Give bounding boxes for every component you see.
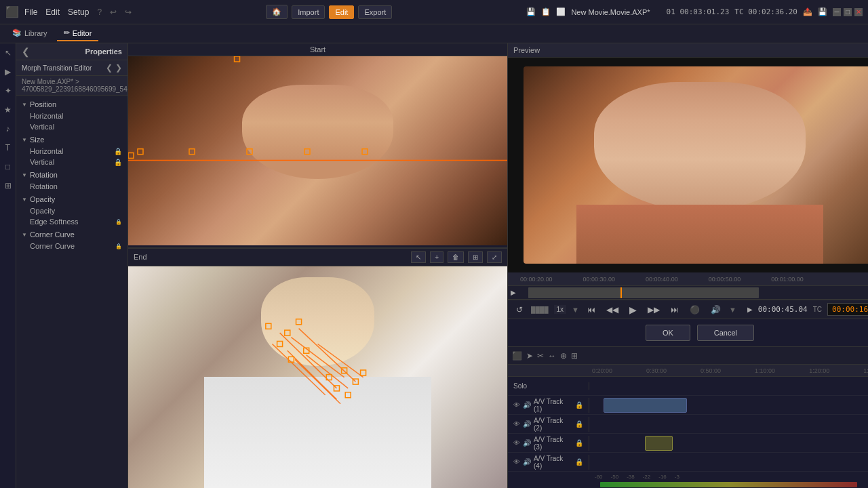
prop-group-position[interactable]: ▼ Position — [16, 98, 127, 110]
track-av3-vis[interactable]: 👁 — [513, 439, 520, 447]
start-image-area[interactable] — [128, 56, 507, 245]
end-label: End — [134, 253, 147, 261]
track-av3-clip[interactable] — [645, 436, 673, 451]
track-av4-vis[interactable]: 👁 — [513, 458, 520, 466]
export-button[interactable]: Export — [358, 5, 392, 19]
ruler-time-2: 0:30:00 — [646, 367, 667, 374]
rewind-button[interactable]: ⏮ — [585, 304, 598, 316]
sidebar-icon-media[interactable]: ▶ — [1, 65, 15, 79]
track-av4-lock[interactable]: 🔒 — [575, 458, 583, 466]
track-back-button[interactable]: ⬛ — [512, 351, 522, 361]
timeline-filled-area[interactable] — [528, 287, 759, 298]
start-face-image — [128, 56, 507, 245]
sidebar-icon-pointer[interactable]: ↖ — [1, 46, 15, 60]
track-tool1[interactable]: ✂ — [537, 351, 544, 361]
ok-button[interactable]: OK — [646, 325, 690, 341]
loop-button[interactable]: ↺ — [513, 304, 526, 316]
tab-library[interactable]: 📚 Library — [5, 26, 54, 41]
track-av1-lock[interactable]: 🔒 — [575, 401, 583, 409]
track-av2-vis[interactable]: 👁 — [513, 420, 520, 428]
export-icon[interactable]: 📤 — [803, 7, 812, 16]
layout-icon[interactable]: ⬜ — [556, 7, 566, 16]
cancel-button[interactable]: Cancel — [697, 325, 754, 341]
track-av1-vis[interactable]: 👁 — [513, 401, 520, 409]
view-toggle-button[interactable]: ⊞ — [468, 251, 483, 263]
copy-icon[interactable]: 📋 — [541, 7, 551, 16]
prop-group-opacity[interactable]: ▼ Opacity — [16, 193, 127, 205]
menu-file[interactable]: File — [24, 7, 37, 17]
svg-rect-6 — [304, 149, 310, 155]
panel-back-button[interactable]: ❮ — [22, 46, 30, 57]
track-av1-content[interactable] — [589, 396, 868, 414]
tab-editor[interactable]: ✏ Editor — [57, 26, 99, 41]
speed-down-icon[interactable]: ▼ — [572, 306, 579, 314]
track-av2-spk[interactable]: 🔊 — [523, 420, 531, 428]
select-tool-button[interactable]: ↖ — [411, 251, 426, 263]
morph-forward-button[interactable]: ❯ — [115, 63, 122, 73]
level-label-2: -50 — [611, 474, 619, 480]
track-av3-spk[interactable]: 🔊 — [523, 439, 531, 447]
home-button[interactable]: 🏠 — [266, 5, 288, 19]
maximize-button[interactable]: □ — [844, 8, 852, 16]
speed-display[interactable]: 1x — [554, 305, 567, 314]
tc-value-display[interactable]: 00:00:16.18 — [827, 303, 868, 316]
save-icon[interactable]: 💾 — [526, 7, 536, 16]
track-av2-content[interactable] — [589, 415, 868, 433]
softness-lock-icon[interactable]: 🔒 — [115, 219, 122, 225]
track-solo-content[interactable] — [589, 377, 868, 395]
track-av1-clip[interactable] — [604, 398, 687, 413]
menu-edit[interactable]: Edit — [45, 7, 60, 17]
step-back-button[interactable]: ◀◀ — [604, 304, 621, 316]
record-button[interactable]: ⚫ — [687, 304, 703, 316]
track-tool4[interactable]: ⊞ — [571, 351, 578, 361]
undo-icon[interactable]: ↩ — [110, 7, 117, 17]
import-button[interactable]: Import — [292, 5, 325, 19]
sidebar-icon-music[interactable]: ♪ — [1, 122, 15, 136]
step-forward-button[interactable]: ▶▶ — [645, 304, 663, 316]
vertical-lock-icon[interactable]: 🔒 — [114, 159, 122, 166]
sidebar-icon-grid[interactable]: ⊞ — [1, 179, 15, 192]
play-button[interactable]: ▶ — [627, 303, 639, 317]
menu-setup[interactable]: Setup — [68, 7, 89, 17]
ruler-mark-3: 00:00:40.00 — [646, 276, 678, 283]
edit-button[interactable]: Edit — [329, 5, 354, 19]
svg-rect-18 — [296, 319, 302, 325]
track-av3-content[interactable] — [589, 434, 868, 452]
bottom-ruler-marks: 0:20:00 0:30:00 0:50:00 1:10:00 1:20:00 … — [592, 367, 868, 374]
track-av4-spk[interactable]: 🔊 — [523, 458, 531, 466]
track-av1-spk[interactable]: 🔊 — [523, 401, 531, 409]
timeline-track[interactable]: ▶ — [508, 286, 868, 300]
preview-image-area[interactable] — [508, 58, 868, 272]
track-av2-lock[interactable]: 🔒 — [575, 420, 583, 428]
prop-group-rotation[interactable]: ▼ Rotation — [16, 169, 127, 181]
track-forward-button[interactable]: ➤ — [526, 351, 533, 361]
prop-group-corner-curve[interactable]: ▼ Corner Curve — [16, 228, 127, 241]
track-tool2[interactable]: ↔ — [548, 351, 556, 361]
track-av3-lock[interactable]: 🔒 — [575, 439, 583, 447]
dialog-buttons: OK Cancel — [508, 319, 868, 346]
fast-forward-button[interactable]: ⏭ — [668, 304, 682, 316]
speaker-button[interactable]: 🔊 — [708, 304, 724, 316]
track-tool3[interactable]: ⊕ — [560, 351, 567, 361]
end-image-area[interactable] — [128, 266, 507, 488]
size-lock-icon[interactable]: 🔒 — [114, 148, 122, 155]
redo-icon[interactable]: ↪ — [125, 7, 132, 17]
corner-lock-icon[interactable]: 🔒 — [115, 243, 122, 249]
save2-icon[interactable]: 💾 — [818, 7, 827, 16]
add-point-button[interactable]: + — [430, 251, 443, 263]
sidebar-icon-star[interactable]: ★ — [1, 103, 15, 117]
sidebar-icon-shape[interactable]: □ — [1, 160, 15, 174]
level-label-5: -16 — [658, 474, 667, 480]
close-button[interactable]: ✕ — [854, 8, 863, 16]
track-av4-content[interactable] — [589, 453, 868, 471]
sidebar-icon-text[interactable]: T — [1, 141, 15, 155]
prop-group-size[interactable]: ▼ Size — [16, 134, 127, 146]
track-solo-label: Solo — [508, 382, 589, 390]
help-icon[interactable]: ? — [97, 7, 102, 17]
sidebar-icon-fx[interactable]: ✦ — [1, 84, 15, 98]
fit-button[interactable]: ⤢ — [487, 251, 502, 263]
delete-point-button[interactable]: 🗑 — [448, 251, 464, 263]
ruler-mark-4: 00:00:50.00 — [709, 276, 741, 283]
minimize-button[interactable]: ─ — [833, 8, 841, 16]
morph-back-button[interactable]: ❮ — [106, 63, 113, 73]
